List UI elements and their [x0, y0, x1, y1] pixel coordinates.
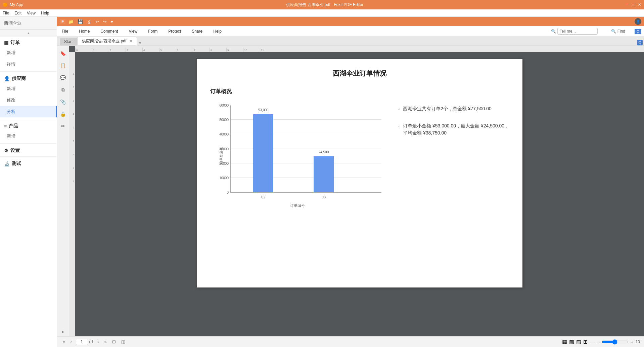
sidebar-item-supplier-edit[interactable]: 修改	[0, 94, 57, 106]
app-menu-help[interactable]: Help	[41, 11, 49, 15]
ribbon-redo[interactable]: ↪	[102, 18, 108, 25]
sidebar-scroll-up[interactable]: ▲	[0, 30, 57, 37]
main-layout: 西湖伞业 ▲ ▦ 订单 新增 详情 👤 供应商 新增	[0, 17, 644, 347]
app-menu-bar: File Edit View Help	[0, 9, 644, 17]
fit-window-btn[interactable]: ⊡	[111, 339, 117, 345]
app-menu-file[interactable]: File	[3, 11, 9, 15]
zoom-controls: ▦ ▧ ▨ ⊞ — − + 10	[562, 339, 640, 345]
search-input[interactable]	[557, 28, 598, 35]
ruler-mark-8: 8	[210, 48, 226, 52]
settings-icon: ⚙	[4, 148, 8, 153]
pdf-ribbon: F 📁 💾 🖨 ↩ ↪ ▾ 👤	[57, 17, 644, 26]
v-ruler-mark-2: 1	[73, 67, 75, 80]
pdf-menu-help[interactable]: Help	[211, 28, 224, 35]
tab-dropdown[interactable]: ▾	[139, 41, 141, 45]
h-ruler-inner: 0 1 2 3 4 5 6 7 8 9 10 11	[75, 48, 644, 52]
minimize-icon[interactable]: —	[626, 2, 630, 7]
sidebar-section-test-title[interactable]: 🔬 测试	[0, 158, 57, 168]
ribbon-dropdown[interactable]: ▾	[109, 18, 114, 25]
sidebar-section-supplier-title: 👤 供应商	[0, 73, 57, 83]
maximize-icon[interactable]: □	[633, 2, 635, 7]
divider-4	[0, 156, 57, 157]
bar-02-label-bottom: 02	[253, 195, 273, 199]
tab-pdf[interactable]: 供应商报告-西湖伞业.pdf ✕	[78, 37, 137, 45]
sidebar-item-product-add[interactable]: 新增	[0, 130, 57, 142]
v-ruler-mark-7: 6	[73, 134, 75, 148]
v-ruler-mark-9: 8	[73, 161, 75, 175]
app-menu-edit[interactable]: Edit	[14, 11, 21, 15]
rail-expand-btn[interactable]: ▶	[62, 330, 64, 334]
bar-chart: 订单总金额 0	[210, 102, 385, 209]
v-ruler-mark-8: 7	[73, 148, 75, 161]
collab-icon[interactable]: C	[635, 28, 641, 34]
zoom-value: 10	[636, 340, 640, 344]
ribbon-save[interactable]: 💾	[76, 18, 84, 25]
copy-rail-icon[interactable]: 📋	[58, 61, 68, 70]
layers-rail-icon[interactable]: ⧉	[58, 85, 68, 94]
edit-rail-icon[interactable]: ✏	[58, 121, 68, 131]
ribbon-open[interactable]: 📁	[67, 18, 75, 25]
zoom-plus-btn[interactable]: +	[631, 339, 633, 345]
sidebar-item-supplier-analysis[interactable]: 分析	[0, 106, 57, 117]
pdf-document-area[interactable]: 西湖伞业订单情况 订单概况 订单总金额	[75, 52, 644, 336]
sidebar-item-orders-detail[interactable]: 详情	[0, 59, 57, 70]
bookmark-rail-icon[interactable]: 🔖	[58, 49, 68, 58]
ruler-mark-4: 4	[142, 48, 159, 52]
ruler-mark-6: 6	[176, 48, 193, 52]
view-thumbs-icon[interactable]: ⊞	[583, 339, 588, 345]
view-scroll-icon[interactable]: ▨	[576, 339, 581, 345]
view-double-icon[interactable]: ▧	[569, 339, 574, 345]
sidebar: 西湖伞业 ▲ ▦ 订单 新增 详情 👤 供应商 新增	[0, 17, 57, 347]
bar-03-label-top: 24,500	[314, 150, 334, 154]
pdf-menu-view[interactable]: View	[127, 28, 139, 35]
supplier-icon: 👤	[4, 76, 10, 81]
pdf-menu-comment[interactable]: Comment	[98, 28, 120, 35]
nav-first-btn[interactable]: «	[61, 339, 66, 345]
ribbon-undo[interactable]: ↩	[94, 18, 100, 25]
pdf-menu-file[interactable]: File	[60, 28, 70, 35]
view-single-icon[interactable]: ▦	[562, 339, 567, 345]
v-ruler-mark-6: 5	[73, 121, 75, 134]
tab-start[interactable]: Start	[60, 38, 77, 45]
zoom-minus-btn[interactable]: −	[597, 339, 600, 345]
sidebar-section-test: 🔬 测试	[0, 158, 57, 168]
stat-bullet-2: ○	[398, 124, 400, 129]
nav-last-btn[interactable]: »	[103, 339, 108, 345]
pdf-menu-home[interactable]: Home	[77, 28, 92, 35]
divider-3	[0, 143, 57, 144]
sidebar-item-orders-add[interactable]: 新增	[0, 47, 57, 59]
app-menu-view[interactable]: View	[27, 11, 36, 15]
bar-03-label-bottom: 03	[314, 195, 334, 199]
stat-text-1: 西湖伞业共有订单2个，总金额 ¥77,500.00	[403, 105, 492, 112]
sidebar-section-settings-title[interactable]: ⚙ 设置	[0, 145, 57, 155]
ribbon-print[interactable]: 🖨	[86, 18, 93, 25]
ruler-mark-11: 11	[260, 48, 277, 52]
page-info: / 1	[76, 339, 94, 345]
nav-prev-btn[interactable]: ‹	[69, 339, 73, 345]
close-icon[interactable]: ✕	[638, 2, 641, 7]
sidebar-section-orders: ▦ 订单 新增 详情	[0, 37, 57, 70]
test-icon: 🔬	[4, 161, 10, 166]
nav-next-btn[interactable]: ›	[96, 339, 100, 345]
bar-chart-wrapper: 订单总金额 0	[210, 102, 385, 209]
sidebar-header-text: 西湖伞业	[4, 20, 21, 26]
attach-rail-icon[interactable]: 📎	[58, 97, 68, 107]
icon-rail: 🔖 📋 💬 ⧉ 📎 🔒 ✏ ▶	[57, 46, 69, 336]
pdf-menu-share[interactable]: Share	[190, 28, 204, 35]
chart-area: 0 10000 20000	[230, 105, 381, 193]
ruler-mark-2: 2	[109, 48, 126, 52]
collab-tab-icon[interactable]: C	[637, 40, 643, 45]
pdf-menu-form[interactable]: Form	[146, 28, 159, 35]
zoom-slider[interactable]	[602, 339, 629, 345]
pdf-menu-protect[interactable]: Protect	[166, 28, 183, 35]
page-input[interactable]	[76, 339, 88, 345]
comment-rail-icon[interactable]: 💬	[58, 73, 68, 82]
title-bar-controls: — □ ✕	[626, 2, 641, 7]
lock-rail-icon[interactable]: 🔒	[58, 109, 68, 119]
pdf-with-ruler: 0 1 2 3 4 5 6 7 8 9 10 11	[69, 46, 644, 336]
fit-width-btn[interactable]: ◫	[120, 339, 127, 345]
tab-close-btn[interactable]: ✕	[130, 39, 133, 43]
foxit-logo: F	[60, 19, 65, 24]
sidebar-item-supplier-add[interactable]: 新增	[0, 83, 57, 94]
user-icon[interactable]: 👤	[635, 18, 641, 25]
